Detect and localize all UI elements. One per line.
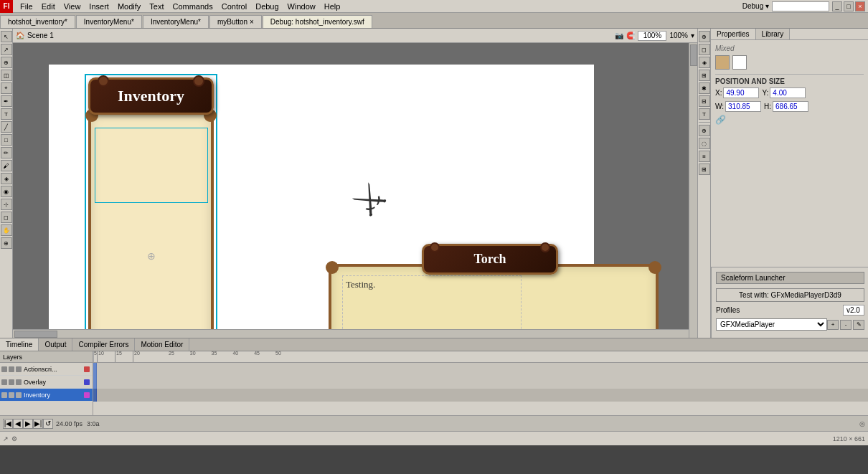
menu-help[interactable]: Help (320, 2, 345, 11)
layer-actionscript[interactable]: Actionscri... (0, 363, 93, 376)
h-value[interactable]: 686.65 (773, 101, 808, 112)
camera-icon: 📷 (615, 32, 623, 39)
rt-btn-9[interactable]: ◌ (699, 138, 710, 149)
scaleform-icon-1[interactable]: + (827, 320, 839, 330)
menu-insert[interactable]: Insert (85, 2, 113, 11)
scaleform-icon-2[interactable]: - (840, 320, 852, 330)
y-value[interactable]: 4.00 (770, 87, 806, 98)
library-tab[interactable]: Library (756, 29, 791, 39)
rt-btn-11[interactable]: ⊞ (699, 163, 710, 175)
rt-btn-5[interactable]: ✱ (699, 82, 710, 94)
inventory-body: ⊕ (88, 112, 214, 338)
timeline-tab[interactable]: Timeline (0, 338, 39, 351)
layer-icon-lock (9, 366, 14, 372)
w-value[interactable]: 310.85 (725, 101, 761, 112)
play-back-btn[interactable]: |◀ (3, 419, 13, 429)
menu-text[interactable]: Text (145, 2, 168, 11)
title-knob-left (98, 75, 109, 87)
canvas-scrollbar-horizontal[interactable] (13, 329, 689, 338)
eraser-tool[interactable]: ◻ (1, 212, 12, 223)
scrollbar-thumb[interactable] (690, 44, 697, 66)
gradient-tool[interactable]: ◫ (1, 70, 12, 81)
compiler-errors-tab[interactable]: Compiler Errors (72, 338, 135, 351)
rt-btn-6[interactable]: ⊟ (699, 95, 710, 107)
layer-overlay[interactable]: Overlay (0, 376, 93, 389)
torch-panel: Torch Testing. (329, 244, 659, 338)
frame-inventory-empty (97, 389, 868, 402)
rt-btn-1[interactable]: ⊕ (699, 31, 710, 42)
pencil-tool[interactable]: ✏ (1, 147, 12, 158)
search-input[interactable] (772, 1, 829, 11)
motion-editor-tab[interactable]: Motion Editor (135, 338, 189, 351)
step-back-btn[interactable]: ◀ (13, 419, 23, 429)
menu-modify[interactable]: Modify (113, 2, 145, 11)
close-button[interactable]: × (855, 1, 865, 11)
minimize-button[interactable]: _ (832, 1, 842, 11)
menu-debug[interactable]: Debug (251, 2, 283, 11)
text-tool[interactable]: T (1, 108, 12, 120)
ink-bottle-tool[interactable]: ◈ (1, 173, 12, 184)
frame-actionscript-empty (97, 363, 868, 376)
play-btn[interactable]: ▶ (23, 419, 33, 429)
zoom-dropdown-icon[interactable]: ▾ (691, 32, 694, 39)
free-transform-tool[interactable]: ⊕ (1, 57, 12, 68)
layer-inventory[interactable]: Inventory (0, 389, 93, 402)
timeline-frames-area: 5 10 15 20 25 30 35 40 45 50 (93, 351, 868, 415)
brush-tool[interactable]: 🖌 (1, 160, 12, 171)
scaleform-test-button[interactable]: Test with: GFxMediaPlayerD3d9 (716, 288, 864, 302)
rect-tool[interactable]: □ (1, 134, 12, 146)
subselection-tool[interactable]: ↗ (1, 44, 12, 55)
pen-tool[interactable]: ✒ (1, 95, 12, 107)
loop-btn[interactable]: ↺ (43, 419, 53, 429)
zoom-tool[interactable]: ⊕ (1, 237, 12, 249)
restore-button[interactable]: □ (844, 1, 854, 11)
rt-btn-4[interactable]: ⊞ (699, 70, 710, 81)
lasso-tool[interactable]: ⌖ (1, 82, 12, 94)
tab-inventory-menu-1[interactable]: InventoryMenu* (76, 15, 142, 28)
eyedropper-tool[interactable]: ⊹ (1, 199, 12, 210)
frame-tick-40: 40 (232, 351, 238, 362)
rt-btn-3[interactable]: ◈ (699, 57, 710, 68)
hand-tool[interactable]: ✋ (1, 224, 12, 236)
scrollbar-h-thumb[interactable] (14, 331, 57, 338)
menu-view[interactable]: View (60, 2, 85, 11)
menu-commands[interactable]: Commands (168, 2, 217, 11)
scaleform-profiles-row: Profiles v2.0 (716, 305, 864, 316)
step-fwd-btn[interactable]: ▶| (33, 419, 43, 429)
timeline-layers-panel: Layers Actionscri... Overlay (0, 351, 93, 415)
x-value[interactable]: 49.90 (723, 87, 759, 98)
rt-btn-2[interactable]: ◻ (699, 44, 710, 55)
onion-skin-icon[interactable]: ◎ (859, 420, 865, 427)
menu-file[interactable]: File (16, 2, 37, 11)
tab-my-button[interactable]: myButton × (209, 15, 262, 28)
line-tool[interactable]: ╱ (1, 121, 12, 133)
menu-control[interactable]: Control (217, 2, 251, 11)
rt-btn-7[interactable]: T (699, 108, 710, 120)
color-swatch-1[interactable] (715, 55, 730, 70)
menu-window[interactable]: Window (283, 2, 320, 11)
layers-header: Layers (0, 351, 93, 363)
scaleform-icon-3[interactable]: ✎ (853, 320, 864, 330)
tab-inventory-menu-2[interactable]: InventoryMenu* (143, 15, 209, 28)
tab-hotshot-inventory[interactable]: hotshot_inventory* (0, 15, 75, 28)
tab-debug-hotshot[interactable]: Debug: hotshot_inventory.swf (263, 15, 372, 28)
zoom-input[interactable] (638, 31, 666, 41)
properties-tab[interactable]: Properties (711, 29, 756, 39)
canvas-top-bar: 🏠 Scene 1 📷 🧲 100% ▾ (13, 29, 697, 43)
rt-btn-8[interactable]: ⊕ (699, 125, 710, 136)
output-tab[interactable]: Output (39, 338, 72, 351)
link-icon[interactable]: 🔗 (715, 115, 726, 125)
pos-size-section: POSITION AND SIZE (715, 74, 864, 85)
rt-btn-10[interactable]: ≡ (699, 151, 710, 162)
x-label: X: (715, 89, 722, 97)
selection-tool[interactable]: ↖ (1, 31, 12, 42)
menu-edit[interactable]: Edit (37, 2, 60, 11)
scaleform-profile-select[interactable]: GFXMediaPlayer (716, 318, 827, 331)
canvas-scrollbar-vertical[interactable] (689, 43, 697, 338)
torch-text-selection: Testing. (342, 275, 522, 338)
color-swatch-2[interactable] (732, 55, 747, 70)
paint-bucket-tool[interactable]: ◉ (1, 186, 12, 197)
debug-mode-label: Debug ▾ (742, 2, 772, 10)
zoom-value-label: 100% (669, 32, 688, 39)
torch-testing-text: Testing. (343, 276, 521, 293)
